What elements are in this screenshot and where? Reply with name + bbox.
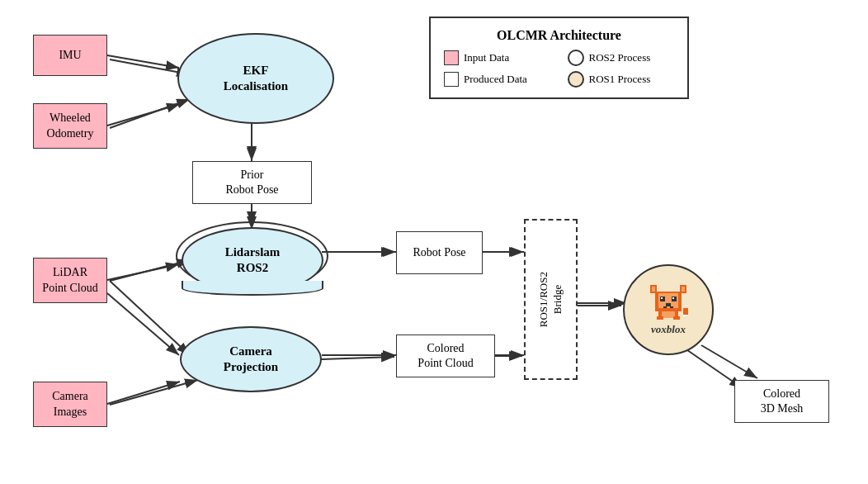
robot-pose-box: Robot Pose <box>396 231 483 274</box>
bridge-label: ROS1/ROS2Bridge <box>537 272 565 327</box>
legend-grid: Input Data ROS2 Process Produced Data RO… <box>444 50 674 88</box>
svg-rect-32 <box>683 315 688 316</box>
svg-rect-24 <box>666 303 671 306</box>
robot-pose-label: Robot Pose <box>413 245 465 260</box>
camera-images-box: CameraImages <box>33 382 107 427</box>
colored-3d-mesh-box: Colored3D Mesh <box>734 380 829 423</box>
prior-robot-pose-label: Prior Robot Pose <box>225 168 278 197</box>
legend-input-data: Input Data <box>444 50 551 66</box>
svg-rect-23 <box>672 297 674 299</box>
wheeled-odometry-box: Wheeled Odometry <box>33 103 107 149</box>
imu-box: IMU <box>33 35 107 76</box>
legend-box: OLCMR Architecture Input Data ROS2 Proce… <box>429 17 689 99</box>
colored-point-cloud-label: ColoredPoint Cloud <box>417 341 473 371</box>
wheeled-odometry-label: Wheeled Odometry <box>47 111 94 140</box>
lidarslam-label: LidarslamROS2 <box>225 244 281 277</box>
svg-line-46 <box>701 345 757 378</box>
diagram: IMU Wheeled Odometry EKFLocalisation Pri… <box>0 0 868 484</box>
legend-ros2-circle <box>568 50 584 66</box>
svg-line-45 <box>107 382 180 404</box>
camera-images-label: CameraImages <box>52 389 88 419</box>
imu-label: IMU <box>59 48 81 63</box>
legend-white-square <box>444 72 459 87</box>
legend-produced-label: Produced Data <box>464 73 527 86</box>
svg-rect-16 <box>652 287 655 292</box>
svg-line-34 <box>107 55 179 68</box>
svg-line-35 <box>107 104 180 126</box>
svg-rect-26 <box>670 306 673 308</box>
voxblox-label: voxblox <box>651 323 686 336</box>
svg-rect-29 <box>657 316 663 320</box>
svg-rect-25 <box>663 306 667 308</box>
svg-line-2 <box>110 99 190 128</box>
prior-robot-pose-box: Prior Robot Pose <box>192 161 312 204</box>
legend-ros1-label: ROS1 Process <box>589 73 651 86</box>
svg-line-38 <box>107 264 179 280</box>
legend-ros1-circle <box>568 71 584 88</box>
legend-ros2-process: ROS2 Process <box>568 50 675 66</box>
voxblox-icon <box>647 283 690 321</box>
lidar-point-cloud-box: LiDARPoint Cloud <box>33 258 107 303</box>
camera-projection-label: CameraProjection <box>224 344 278 376</box>
legend-input-label: Input Data <box>464 51 509 64</box>
svg-rect-22 <box>661 297 663 299</box>
svg-line-39 <box>107 293 179 355</box>
legend-pink-square <box>444 50 459 65</box>
voxblox-circle: voxblox <box>623 264 714 355</box>
camera-projection-ellipse: CameraProjection <box>180 326 322 392</box>
bridge-box: ROS1/ROS2Bridge <box>524 219 578 380</box>
colored-point-cloud-box: ColoredPoint Cloud <box>396 335 495 377</box>
colored-3d-mesh-label: Colored3D Mesh <box>761 387 804 416</box>
legend-title: OLCMR Architecture <box>444 28 674 43</box>
ekf-label: EKFLocalisation <box>224 63 288 95</box>
legend-ros1-process: ROS1 Process <box>568 71 675 88</box>
svg-line-6 <box>110 281 190 355</box>
svg-rect-28 <box>662 311 675 318</box>
lidar-label: LiDARPoint Cloud <box>42 265 97 295</box>
svg-rect-30 <box>673 316 680 320</box>
legend-produced-data: Produced Data <box>444 71 551 88</box>
svg-line-41 <box>322 357 394 359</box>
ekf-ellipse: EKFLocalisation <box>177 33 334 124</box>
svg-rect-17 <box>682 287 685 292</box>
legend-ros2-label: ROS2 Process <box>589 51 651 64</box>
svg-line-12 <box>110 380 198 405</box>
